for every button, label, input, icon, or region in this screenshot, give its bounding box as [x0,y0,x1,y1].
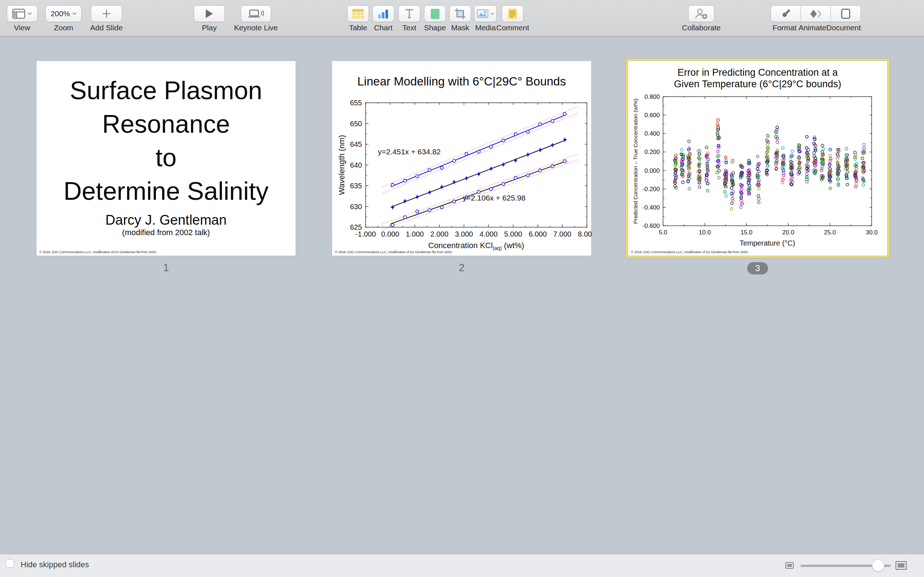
comment-button[interactable] [502,5,523,22]
chevron-down-icon [491,13,494,15]
svg-text:5.0: 5.0 [659,229,667,236]
svg-text:645: 645 [350,140,362,148]
keynote-live-icon [248,9,264,18]
collaborate-button[interactable] [688,5,714,22]
chart-icon [378,9,388,18]
svg-text:Predicted Concentration – True: Predicted Concentration – True Concentra… [632,98,638,224]
zoom-button[interactable]: 200% [45,5,82,22]
animate-diamond-icon [810,9,822,19]
svg-text:625: 625 [350,223,362,231]
svg-text:8.000: 8.000 [578,230,592,238]
text-icon [404,9,414,19]
slide1-title: Surface Plasmon Resonance to Determine S… [36,74,296,208]
svg-text:4.000: 4.000 [480,230,498,238]
svg-text:0.200: 0.200 [644,148,660,155]
svg-text:y=2.451x + 634.82: y=2.451x + 634.82 [378,148,441,156]
collaborate-group: Collaborate [676,0,727,36]
large-thumbnails-icon[interactable] [895,561,907,570]
play-group: Play [184,0,234,36]
chart-button[interactable] [373,5,394,22]
slide-number-1: 1 [36,262,296,274]
svg-text:-1.000: -1.000 [355,230,376,238]
format-label: Format [771,23,798,32]
chevron-down-icon [72,12,76,15]
svg-text:0.600: 0.600 [644,112,660,119]
media-button[interactable] [474,5,497,22]
svg-text:635: 635 [350,182,362,190]
document-button[interactable] [830,5,861,22]
svg-text:0.800: 0.800 [644,93,660,100]
thumbnail-zoom-slider-knob[interactable] [872,559,884,572]
keynote-live-group: Keynote Live [232,0,280,36]
svg-text:30.0: 30.0 [866,229,877,236]
hide-skipped-label: Hide skipped slides [21,560,89,569]
format-button[interactable] [771,5,801,22]
comment-label: Comment [496,23,529,32]
shape-icon [431,9,439,19]
add-slide-group: Add Slide [83,0,130,36]
slide1-subtitle: (modified from 2002 talk) [36,228,296,237]
collaborate-icon [695,8,708,19]
text-button[interactable] [399,5,420,22]
comment-group: Comment [496,0,529,36]
slide-1-wrap: Surface Plasmon Resonance to Determine S… [36,61,296,256]
mask-button[interactable] [449,5,471,22]
zoom-group: 200% Zoom [44,0,83,36]
svg-text:630: 630 [350,203,362,211]
table-button[interactable] [347,5,369,22]
view-button[interactable] [7,5,37,22]
play-label: Play [184,23,234,32]
svg-text:Concentration KCl(aq) (wt%): Concentration KCl(aq) (wt%) [428,241,525,251]
slide1-author: Darcy J. Gentleman [36,213,296,228]
format-brush-icon [780,8,791,19]
mask-icon [455,8,465,19]
svg-text:6.000: 6.000 [529,230,547,238]
plus-icon [102,10,111,18]
chevron-down-icon [27,12,32,15]
svg-text:15.0: 15.0 [741,229,753,236]
svg-text:-0.600: -0.600 [643,222,660,229]
animate-button[interactable] [801,5,830,22]
status-bar: Hide skipped slides [0,554,924,577]
inspector-group: Format Animate Document [771,0,861,36]
add-slide-button[interactable] [91,5,122,22]
slide3-copyright: © 2018, DJG Communications LLC, modifica… [631,250,748,254]
small-thumbnails-icon[interactable] [785,562,794,569]
slide-number-3: 3 [628,262,888,274]
table-icon [352,9,364,19]
toolbar: View 200% Zoom Add Slide [0,0,924,36]
comment-icon [507,9,518,19]
svg-text:0.000: 0.000 [644,167,660,174]
slide-thumbnail-1[interactable]: Surface Plasmon Resonance to Determine S… [36,61,296,256]
svg-text:-0.400: -0.400 [643,204,660,211]
slide3-scatter-chart: 5.010.015.020.025.030.00.8000.6000.4000.… [628,61,888,256]
slide-thumbnail-2[interactable]: Linear Modelling with 6°C|29C° Bounds -1… [332,61,591,256]
animate-label: Animate [798,23,826,32]
media-icon [477,9,488,18]
svg-text:2.000: 2.000 [430,230,448,238]
add-slide-label: Add Slide [83,23,130,32]
svg-text:655: 655 [350,99,362,107]
slide-number-2: 2 [332,262,591,274]
slide2-line-chart: -1.0000.0001.0002.0003.0004.0005.0006.00… [332,61,592,256]
slide1-copyright: © 2018, DJG Communications LLC, modifica… [39,250,156,254]
svg-text:3.000: 3.000 [455,230,473,238]
view-icon [12,9,25,19]
svg-text:650: 650 [350,120,362,128]
shape-button[interactable] [424,5,446,22]
svg-text:0.400: 0.400 [644,130,660,137]
view-label: View [3,23,41,32]
slide-3-wrap: Error in Predicting Concentration at a G… [628,61,888,256]
play-button[interactable] [194,5,225,22]
slide2-copyright: © 2018, DJG Communications LLC, modifica… [335,250,452,254]
svg-text:-0.200: -0.200 [643,186,660,193]
document-label: Document [826,23,861,32]
slide-thumbnail-3-selected[interactable]: Error in Predicting Concentration at a G… [628,61,888,256]
hide-skipped-checkbox[interactable] [6,559,14,567]
svg-text:0.000: 0.000 [381,230,399,238]
svg-text:10.0: 10.0 [699,229,711,236]
zoom-value: 200% [50,10,70,18]
keynote-live-button[interactable] [241,5,271,22]
zoom-label: Zoom [44,23,83,32]
document-icon [841,9,851,19]
